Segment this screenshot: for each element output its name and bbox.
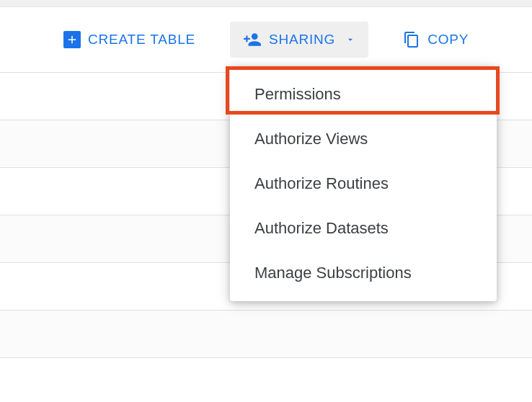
dropdown-item-manage-subscriptions[interactable]: Manage Subscriptions: [230, 251, 497, 295]
copy-icon: [403, 31, 420, 48]
top-bar: [0, 0, 532, 7]
table-row: [0, 358, 532, 402]
dropdown-item-authorize-routines[interactable]: Authorize Routines: [230, 161, 497, 206]
plus-icon: [63, 31, 81, 48]
dropdown-arrow-icon: [345, 35, 355, 45]
table-row: [0, 311, 532, 358]
create-table-button[interactable]: CREATE TABLE: [50, 22, 208, 57]
dropdown-item-authorize-views[interactable]: Authorize Views: [230, 117, 497, 161]
sharing-button[interactable]: SHARING: [230, 22, 368, 58]
sharing-dropdown-menu: Permissions Authorize Views Authorize Ro…: [230, 66, 497, 301]
sharing-label: SHARING: [269, 32, 335, 48]
dropdown-item-authorize-datasets[interactable]: Authorize Datasets: [230, 206, 497, 251]
copy-button[interactable]: COPY: [390, 22, 482, 57]
dropdown-item-permissions[interactable]: Permissions: [230, 72, 497, 117]
person-add-icon: [243, 30, 262, 49]
toolbar: CREATE TABLE SHARING COPY: [0, 7, 532, 72]
create-table-label: CREATE TABLE: [88, 32, 195, 48]
copy-label: COPY: [427, 32, 469, 48]
